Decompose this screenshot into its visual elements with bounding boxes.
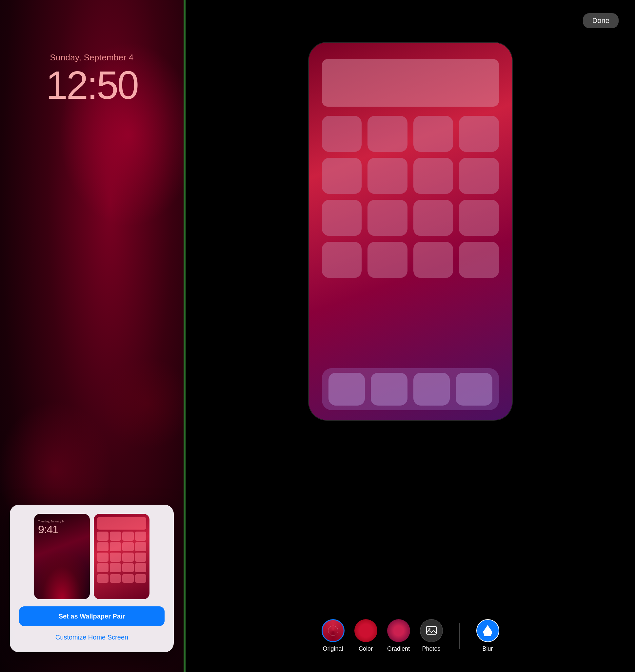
app-icon [322,242,362,278]
toolbar-option-color[interactable]: Color [354,619,377,652]
home-screen-top-bar [322,59,499,107]
home-screen-dock [322,368,499,410]
preview-home-icon [110,542,121,551]
preview-lock-date: Tuesday, January 9 [38,520,86,523]
preview-home-icon [122,531,134,541]
app-icon [322,158,362,194]
preview-home-grid [97,531,146,572]
toolbar-label-original: Original [323,646,343,652]
preview-dock-icon [110,574,121,583]
blur-icon [476,619,499,642]
lock-screen-date: Sunday, September 4 [50,52,133,63]
lock-screen-content: Sunday, September 4 12:50 [0,0,183,105]
toolbar-label-photos: Photos [422,646,440,652]
toolbar-label-color: Color [359,646,373,652]
app-icon [413,242,453,278]
toolbar-separator [459,623,460,649]
app-icon [459,116,499,152]
photos-icon [420,619,443,642]
blur-drop-icon [483,625,492,636]
preview-home-icon [110,552,121,562]
toolbar-option-original[interactable]: Original [322,619,345,652]
toolbar-option-photos[interactable]: Photos [420,619,443,652]
app-icon [368,158,408,194]
dock-icon [413,373,450,405]
preview-home-screen [94,514,150,599]
toolbar-option-blur[interactable]: Blur [476,619,499,652]
preview-home-icon [135,552,147,562]
preview-lock-content: Tuesday, January 9 9:41 [34,514,90,538]
preview-lock-time: 9:41 [38,524,86,535]
original-icon-svg [328,625,338,636]
preview-home-icon [135,542,147,551]
svg-rect-1 [426,626,436,634]
preview-home-icon [122,552,134,562]
preview-home-icon [122,542,134,551]
dialog-previews: Tuesday, January 9 9:41 [19,514,165,599]
toolbar-options: Original Color Gradient [322,619,499,652]
home-screen-preview [309,43,512,420]
app-icon [459,158,499,194]
preview-home-icon [135,531,147,541]
svg-point-2 [429,628,431,630]
lock-screen-time: 12:50 [46,65,138,105]
dock-icon [328,373,365,405]
wallpaper-type-toolbar: Original Color Gradient [185,619,635,652]
app-icon [368,200,408,236]
preview-home-icon [97,542,109,551]
toolbar-option-gradient[interactable]: Gradient [387,619,410,652]
customize-home-screen-button[interactable]: Customize Home Screen [19,630,165,645]
preview-home-icon [97,552,109,562]
app-icon [459,200,499,236]
preview-home-icon [97,531,109,541]
toolbar-label-blur: Blur [482,646,493,652]
app-icon [368,242,408,278]
dock-icon [456,373,492,405]
preview-home-dock [97,574,146,583]
set-wallpaper-pair-button[interactable]: Set as Wallpaper Pair [19,606,165,626]
original-icon [322,619,345,642]
app-icon [322,116,362,152]
app-icon [322,200,362,236]
home-screen-inner [309,43,512,420]
preview-home-icon [110,563,121,572]
svg-point-0 [328,626,338,635]
app-icon [413,158,453,194]
preview-dock-icon [122,574,134,583]
preview-home-icon [122,563,134,572]
preview-home-icon [97,563,109,572]
app-icon [368,116,408,152]
gradient-icon [387,619,410,642]
photos-icon-svg [425,625,437,636]
app-icon [459,242,499,278]
preview-dock-icon [97,574,109,583]
color-icon [354,619,377,642]
home-screen-app-grid [322,116,499,278]
wallpaper-pair-dialog: Tuesday, January 9 9:41 [10,505,174,652]
preview-dock-icon [135,574,147,583]
preview-home-display [94,514,150,586]
preview-lock-blob [34,553,90,599]
dock-icon [371,373,408,405]
toolbar-label-gradient: Gradient [387,646,410,652]
right-panel: Done [185,0,635,672]
done-button[interactable]: Done [583,13,619,28]
app-icon [413,200,453,236]
preview-lock-screen: Tuesday, January 9 9:41 [34,514,90,599]
app-icon [413,116,453,152]
preview-home-top-bar [97,517,146,530]
left-panel: Sunday, September 4 12:50 Tuesday, Janua… [0,0,183,672]
preview-home-icon [110,531,121,541]
preview-home-icon [135,563,147,572]
